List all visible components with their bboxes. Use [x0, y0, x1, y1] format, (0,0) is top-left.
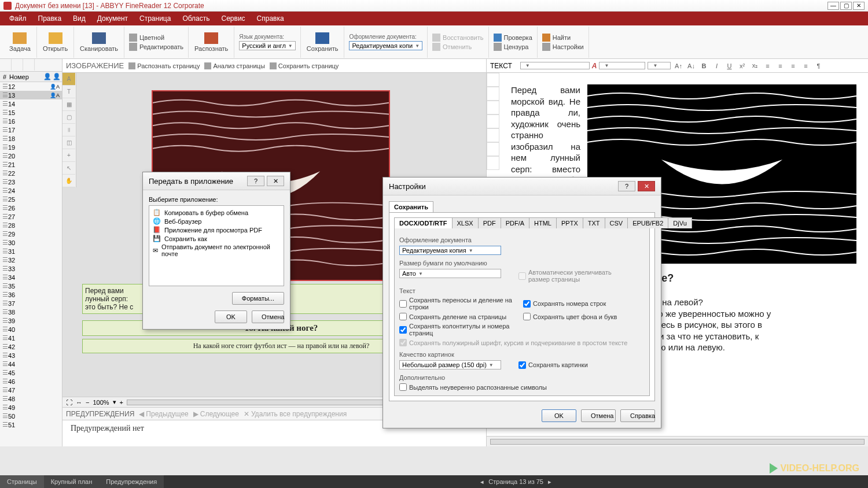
toolbar-edit[interactable]: Редактировать — [129, 43, 183, 51]
page-row[interactable]: ☰16 — [0, 117, 62, 125]
page-row[interactable]: ☰15 — [0, 108, 62, 117]
page-row[interactable]: ☰35 — [0, 282, 62, 290]
settings-dialog-titlebar[interactable]: Настройки ? ✕ — [383, 178, 661, 195]
page-row[interactable]: ☰48 — [0, 394, 62, 403]
settings-ok-button[interactable]: OK — [542, 409, 576, 422]
formats-button[interactable]: Форматы... — [232, 292, 284, 305]
toolbar-task[interactable]: Задача — [3, 27, 37, 58]
menu-page[interactable]: Страница — [134, 12, 176, 25]
page-row[interactable]: ☰19 — [0, 143, 62, 151]
para-icon[interactable] — [487, 73, 499, 87]
page-row[interactable]: ☰45 — [0, 368, 62, 377]
menu-file[interactable]: Файл — [3, 12, 32, 25]
layout-combo[interactable]: Редактируемая копи▼ — [349, 41, 422, 50]
highlight-uncertain-check[interactable]: Выделять неуверенно распознанные символы — [399, 383, 645, 391]
page-row[interactable]: ☰13👤A — [0, 91, 62, 99]
page-row[interactable]: ☰36 — [0, 290, 62, 299]
zoom2-icon[interactable] — [487, 128, 499, 142]
page-row[interactable]: ☰47 — [0, 386, 62, 394]
subscript-button[interactable]: x₂ — [749, 61, 760, 71]
menu-view[interactable]: Вид — [67, 12, 91, 25]
menu-document[interactable]: Документ — [91, 12, 134, 25]
go-icon[interactable] — [487, 142, 499, 156]
status-next-page[interactable]: ▸ — [548, 478, 551, 486]
italic-button[interactable]: I — [711, 61, 722, 71]
view-list-icon[interactable] — [0, 59, 12, 71]
page-row[interactable]: ☰43 — [0, 351, 62, 360]
page-row[interactable]: ☰46 — [0, 377, 62, 386]
toolbar-settings[interactable]: Настройки — [542, 43, 584, 51]
app-list-item[interactable]: 💾Сохранить как — [152, 234, 281, 243]
doc-layout-combo[interactable]: Редактируемая копия▼ — [399, 246, 501, 255]
format-tab[interactable]: XLSX — [452, 217, 479, 228]
keep-page-div-check[interactable]: Сохранять деление на страницы — [399, 313, 521, 320]
page-row[interactable]: ☰28 — [0, 221, 62, 230]
pointer-icon[interactable]: ↖ — [62, 162, 75, 175]
align-justify-icon[interactable]: ≡ — [800, 61, 811, 71]
app-list[interactable]: 📋Копировать в буфер обмена🌐Веб-браузер📕П… — [149, 205, 284, 286]
warnings-prev[interactable]: ◀Предыдущее — [139, 410, 188, 418]
toolbar-save[interactable]: Сохранить — [301, 27, 345, 58]
align-left-icon[interactable]: ≡ — [762, 61, 773, 71]
page-row[interactable]: ☰18 — [0, 134, 62, 143]
bold-button[interactable]: B — [698, 61, 709, 71]
tab-save[interactable]: Сохранить — [389, 201, 433, 212]
page-row[interactable]: ☰21 — [0, 160, 62, 169]
send-cancel-button[interactable]: Отмена — [252, 310, 284, 323]
warnings-delete-all[interactable]: ✕Удалить все предупреждения — [244, 410, 347, 418]
page-row[interactable]: ☰37 — [0, 299, 62, 308]
view-detail-icon[interactable] — [23, 59, 35, 71]
toolbar-recognize[interactable]: Распознать — [189, 27, 234, 58]
settings-help-button[interactable]: Справка — [620, 409, 655, 422]
fit-width-icon[interactable]: ↔ — [76, 399, 82, 406]
format-tab[interactable]: PDF — [478, 217, 501, 228]
toolbar-check[interactable]: Проверка — [494, 34, 532, 42]
page-row[interactable]: ☰14 — [0, 99, 62, 108]
table-icon[interactable] — [487, 87, 499, 101]
page-row[interactable]: ☰50 — [0, 412, 62, 420]
superscript-button[interactable]: x² — [737, 61, 747, 71]
format-tab[interactable]: DOCX/ODT/RTF — [394, 217, 453, 228]
zoom-in-button[interactable]: + — [120, 399, 123, 406]
settings-help-icon[interactable]: ? — [618, 181, 635, 191]
align-right-icon[interactable]: ≡ — [788, 61, 798, 71]
app-list-item[interactable]: ✉Отправить документ по электронной почте — [152, 243, 281, 258]
paper-combo[interactable]: Авто▼ — [399, 269, 501, 278]
auto-enlarge-check[interactable]: Автоматически увеличивать размер страниц… — [518, 269, 627, 283]
page-row[interactable]: ☰41 — [0, 334, 62, 342]
app-list-item[interactable]: 📕Приложение для просмотра PDF — [152, 225, 281, 234]
view-thumb-icon[interactable] — [12, 59, 23, 71]
send-ok-button[interactable]: OK — [215, 310, 247, 323]
toolbar-censor[interactable]: Цензура — [494, 43, 532, 51]
eraser-icon[interactable]: ◫ — [62, 136, 75, 149]
pilcrow-icon[interactable]: ¶ — [813, 61, 823, 71]
image-icon[interactable] — [487, 101, 499, 114]
pic-quality-combo[interactable]: Небольшой размер (150 dpi)▼ — [399, 360, 501, 369]
format-tab[interactable]: DjVu — [668, 217, 692, 228]
page-row[interactable]: ☰24 — [0, 186, 62, 195]
align-center-icon[interactable]: ≡ — [775, 61, 785, 71]
toolbar-scan[interactable]: Сканировать — [74, 27, 124, 58]
keep-colors-check[interactable]: Сохранять цвет фона и букв — [523, 313, 645, 320]
page-row[interactable]: ☰38 — [0, 308, 62, 316]
auto-area-icon[interactable]: A — [62, 73, 75, 86]
settings-cancel-button[interactable]: Отмена — [581, 409, 616, 422]
text-area-icon[interactable]: T — [62, 86, 75, 98]
picture-area-icon[interactable]: ▢ — [62, 111, 75, 124]
toolbar-find[interactable]: Найти — [542, 34, 584, 42]
hand-icon[interactable]: ✋ — [62, 175, 75, 187]
menu-service[interactable]: Сервис — [216, 12, 251, 25]
page-row[interactable]: ☰32 — [0, 256, 62, 264]
page-row[interactable]: ☰26 — [0, 204, 62, 212]
page-row[interactable]: ☰23 — [0, 178, 62, 186]
page-row[interactable]: ☰34 — [0, 273, 62, 282]
keep-headers-check[interactable]: Сохранять колонтитулы и номера страниц — [399, 323, 521, 337]
style-combo[interactable]: ▼ — [520, 62, 590, 69]
page-row[interactable]: ☰39 — [0, 316, 62, 325]
format-tab[interactable]: HTML — [529, 217, 557, 228]
save-page-action[interactable]: Сохранить страницу — [270, 62, 339, 69]
add-area-icon[interactable]: + — [62, 149, 75, 162]
page-row[interactable]: ☰49 — [0, 403, 62, 412]
size-combo[interactable]: ▼ — [648, 62, 671, 69]
app-list-item[interactable]: 🌐Веб-браузер — [152, 217, 281, 225]
